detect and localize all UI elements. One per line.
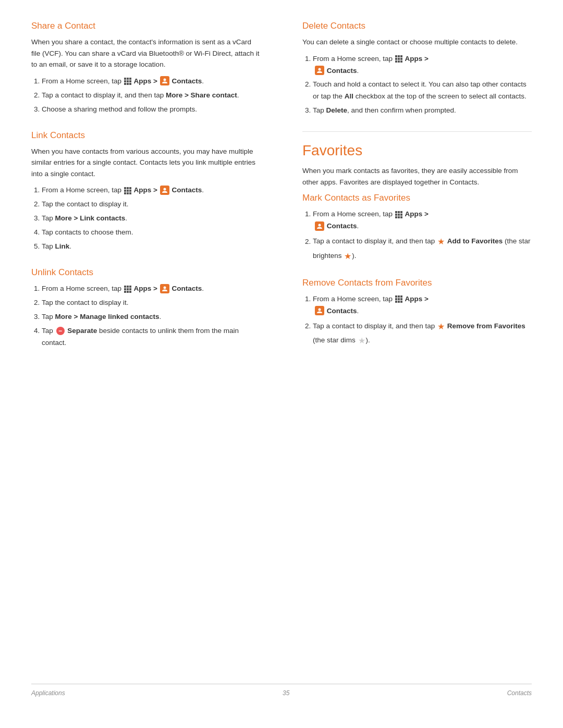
link-contacts-section: Link Contacts When you have contacts fro… (31, 130, 261, 253)
svg-rect-26 (124, 291, 126, 293)
section-divider (302, 131, 532, 132)
svg-rect-28 (129, 291, 131, 293)
list-item: Tap a contact to display it, and then ta… (313, 235, 532, 263)
svg-rect-35 (400, 58, 402, 60)
list-item: Tap the contact to display it. (42, 199, 261, 211)
svg-rect-51 (398, 295, 400, 298)
apps-icon (395, 55, 402, 62)
svg-point-59 (319, 309, 321, 311)
svg-point-39 (319, 68, 321, 70)
svg-rect-55 (400, 298, 402, 300)
svg-rect-10 (124, 187, 126, 189)
svg-rect-53 (395, 298, 397, 300)
minus-icon: − (56, 327, 65, 335)
svg-rect-54 (398, 298, 400, 300)
svg-rect-41 (398, 211, 400, 213)
content-columns: Share a Contact When you share a contact… (31, 21, 532, 684)
list-item: Tap More > Link contacts. (42, 213, 261, 225)
svg-rect-16 (124, 192, 126, 194)
list-item: From a Home screen, tap (42, 184, 261, 196)
contacts-icon (160, 284, 169, 293)
list-item: Tap a contact to display it, and then ta… (313, 319, 532, 348)
svg-rect-21 (127, 286, 129, 288)
svg-rect-43 (395, 214, 397, 216)
favorites-title: Favorites (302, 142, 532, 159)
apps-icon (124, 187, 131, 194)
svg-rect-47 (398, 216, 400, 218)
svg-rect-58 (400, 301, 402, 303)
share-contact-title: Share a Contact (31, 21, 261, 31)
contacts-icon (315, 306, 324, 315)
apps-icon (395, 295, 402, 302)
svg-rect-32 (400, 55, 402, 57)
mark-favorites-steps: From a Home screen, tap (313, 208, 532, 263)
svg-rect-24 (127, 288, 129, 290)
list-item: Tap the contact to display it. (42, 297, 261, 309)
list-item: Tap − Separate beside contacts to unlink… (42, 325, 261, 349)
mark-favorites-section: Mark Contacts as Favorites From a Home s… (302, 193, 532, 263)
delete-contacts-title: Delete Contacts (302, 21, 532, 31)
contacts-icon (160, 186, 169, 195)
star-bright-icon: ★ (344, 249, 351, 263)
unlink-contacts-steps: From a Home screen, tap (42, 283, 261, 349)
svg-rect-57 (398, 301, 400, 303)
delete-contacts-body: You can delete a single contact or choos… (302, 36, 532, 48)
list-item: Touch and hold a contact to select it. Y… (313, 79, 532, 103)
svg-rect-1 (127, 78, 129, 80)
svg-point-29 (163, 286, 166, 289)
svg-rect-50 (395, 295, 397, 298)
contacts-icon (315, 221, 324, 231)
footer-right: Contacts (507, 689, 532, 697)
list-item: Tap Delete, and then confirm when prompt… (313, 105, 532, 117)
svg-rect-22 (129, 286, 131, 288)
apps-icon (124, 77, 131, 84)
share-contact-body: When you share a contact, the contact's … (31, 36, 261, 70)
star-orange-icon: ★ (437, 319, 445, 334)
svg-rect-34 (398, 58, 400, 60)
svg-rect-23 (124, 288, 126, 290)
star-dim-icon: ★ (358, 334, 365, 348)
svg-rect-3 (124, 80, 126, 82)
right-column: Delete Contacts You can delete a single … (292, 21, 532, 684)
svg-rect-52 (400, 295, 402, 298)
svg-rect-12 (129, 187, 131, 189)
svg-rect-36 (395, 60, 397, 63)
apps-icon (124, 285, 131, 292)
list-item: Tap Link. (42, 241, 261, 253)
svg-rect-44 (398, 214, 400, 216)
svg-point-49 (319, 224, 321, 226)
svg-rect-33 (395, 58, 397, 60)
svg-rect-8 (129, 83, 131, 85)
page: Share a Contact When you share a contact… (0, 0, 563, 728)
link-contacts-title: Link Contacts (31, 130, 261, 141)
svg-rect-27 (127, 291, 129, 293)
svg-rect-45 (400, 214, 402, 216)
svg-rect-30 (395, 55, 397, 57)
svg-rect-40 (395, 211, 397, 213)
svg-rect-17 (127, 192, 129, 194)
svg-rect-13 (124, 190, 126, 192)
list-item: Tap a contact to display it, and then ta… (42, 90, 261, 102)
remove-favorites-section: Remove Contacts from Favorites From a Ho… (302, 278, 532, 348)
share-contact-steps: From a Home screen, tap (42, 76, 261, 116)
svg-rect-48 (400, 216, 402, 218)
svg-rect-42 (400, 211, 402, 213)
unlink-contacts-section: Unlink Contacts From a Home screen, tap (31, 267, 261, 349)
page-footer: Applications 35 Contacts (31, 684, 532, 697)
svg-rect-5 (129, 80, 131, 82)
contacts-icon (160, 76, 169, 85)
svg-rect-14 (127, 190, 129, 192)
contacts-icon (315, 66, 324, 75)
svg-rect-46 (395, 216, 397, 218)
svg-rect-25 (129, 288, 131, 290)
remove-favorites-steps: From a Home screen, tap (313, 293, 532, 348)
list-item: From a Home screen, tap (313, 293, 532, 317)
svg-rect-6 (124, 83, 126, 85)
svg-rect-7 (127, 83, 129, 85)
svg-rect-38 (400, 60, 402, 63)
svg-rect-2 (129, 78, 131, 80)
footer-center: 35 (283, 689, 289, 697)
list-item: Choose a sharing method and follow the p… (42, 104, 261, 116)
svg-rect-4 (127, 80, 129, 82)
svg-rect-31 (398, 55, 400, 57)
